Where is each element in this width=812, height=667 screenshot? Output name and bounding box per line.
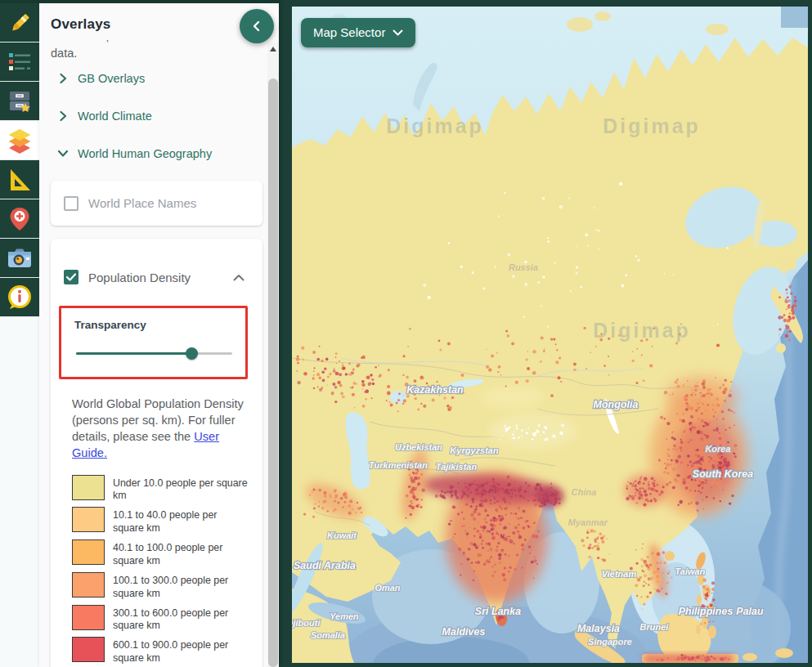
set-square-icon xyxy=(7,168,32,192)
map-label: Digimap xyxy=(386,114,484,137)
population-density-checkbox[interactable] xyxy=(64,270,79,284)
chevron-down-icon xyxy=(57,148,69,159)
map-label: Philippines xyxy=(679,606,733,617)
map-label: Palau xyxy=(736,606,764,617)
accordion-world-human-geography[interactable]: World Human Geography xyxy=(51,135,264,172)
layer-description: World Global Population Density (persons… xyxy=(72,396,253,462)
layers-icon xyxy=(7,128,33,154)
layer-card-world-place-names: World Place Names xyxy=(51,181,262,226)
chevron-down-icon xyxy=(393,29,403,36)
chevron-right-icon xyxy=(57,110,69,122)
legend-label: 40.1 to 100.0 people per square km xyxy=(113,539,249,568)
sidebar-item-draw[interactable] xyxy=(0,3,39,43)
sidebar-item-info[interactable] xyxy=(0,278,39,317)
collapse-section-button[interactable] xyxy=(228,268,249,286)
legend-item: 100.1 to 300.0 people per square km xyxy=(72,572,249,601)
map-label: Mongolia xyxy=(594,399,639,410)
map-viewport[interactable]: DigimapDigimapDigimapRussiaKazakhstanMon… xyxy=(292,7,808,663)
legend-label: Under 10.0 people per square km xyxy=(113,475,249,504)
map-label: Russia xyxy=(509,262,538,272)
transparency-highlight-box: Transparency xyxy=(59,306,248,379)
transparency-slider[interactable] xyxy=(76,347,232,359)
panel-scrollbar[interactable] xyxy=(267,43,279,667)
map-label: Turkmenistan xyxy=(369,460,428,470)
map-selector-button[interactable]: Map Selector xyxy=(301,18,415,47)
map-label: South Korea xyxy=(693,468,753,480)
map-label: Brunei xyxy=(640,622,670,632)
world-place-names-label: World Place Names xyxy=(88,196,196,210)
accordion-world-climate[interactable]: World Climate xyxy=(51,97,264,135)
map-label: Djibouti xyxy=(292,618,321,628)
accordion-label: GB Overlays xyxy=(78,72,145,85)
info-bubble-icon xyxy=(7,285,32,310)
overlays-panel: ’ Overlays data. GB OverlaysWorld Climat… xyxy=(39,0,279,667)
scrollbar-up-arrow[interactable] xyxy=(267,43,279,55)
camera-icon xyxy=(7,248,32,269)
chevron-right-icon xyxy=(57,73,69,84)
chevron-up-icon xyxy=(233,274,244,281)
layer-card-population-density: Population Density Transparency World Gl… xyxy=(51,239,262,667)
rail-filler xyxy=(0,317,39,667)
legend-item: 600.1 to 900.0 people per square km xyxy=(72,637,249,665)
sidebar-item-screenshot[interactable] xyxy=(0,239,39,278)
overlay-accordions: GB OverlaysWorld ClimateWorld Human Geog… xyxy=(51,60,264,172)
panel-title: Overlays xyxy=(51,16,264,33)
sidebar-item-map-contents[interactable] xyxy=(0,43,39,82)
map-canvas[interactable]: DigimapDigimapDigimapRussiaKazakhstanMon… xyxy=(292,7,808,663)
map-label: Korea xyxy=(705,444,730,454)
map-label: Yemen xyxy=(330,611,359,621)
map-label: Kyrgyzstan xyxy=(450,445,499,455)
legend-swatch xyxy=(72,539,105,565)
sidebar-item-add-location[interactable] xyxy=(0,199,39,239)
legend-item: 10.1 to 40.0 people per square km xyxy=(72,507,249,535)
map-label: Digimap xyxy=(603,114,701,137)
transparency-label: Transparency xyxy=(74,319,234,331)
legend-item: 300.1 to 600.0 people per square km xyxy=(72,605,249,633)
map-label: Kazakhstan xyxy=(406,384,464,396)
map-selector-label: Map Selector xyxy=(313,25,385,39)
legend-item: 40.1 to 100.0 people per square km xyxy=(72,539,249,568)
population-density-label: Population Density xyxy=(88,271,218,284)
chevron-left-icon xyxy=(251,20,262,32)
map-label: Uzbekistan xyxy=(395,442,442,452)
map-label: Somalia xyxy=(311,630,345,640)
map-label: Taiwan xyxy=(675,566,706,576)
sidebar-item-saved-maps[interactable] xyxy=(0,82,39,121)
crayon-icon xyxy=(7,11,32,35)
map-label: Saudi Arabia xyxy=(294,560,356,571)
archive-star-icon xyxy=(7,89,32,114)
legend-label: 100.1 to 300.0 people per square km xyxy=(113,572,249,601)
sidebar-item-overlays[interactable] xyxy=(0,121,39,160)
map-label: China xyxy=(572,487,597,497)
legend-swatch xyxy=(72,507,105,532)
check-icon xyxy=(66,273,76,281)
map-label: Malaysia xyxy=(577,623,620,634)
map-label: Maldives xyxy=(442,626,486,638)
map-label: Sri Lanka xyxy=(475,606,521,617)
map-label: Digimap xyxy=(593,319,691,342)
accordion-gb-overlays[interactable]: GB Overlays xyxy=(51,60,264,97)
world-place-names-checkbox[interactable] xyxy=(64,196,79,211)
map-label: Myanmar xyxy=(568,517,608,527)
tool-rail xyxy=(0,0,39,667)
population-density-legend: Under 10.0 people per square km10.1 to 4… xyxy=(72,475,249,667)
legend-label: 600.1 to 900.0 people per square km xyxy=(113,637,249,665)
legend-swatch xyxy=(72,637,105,662)
map-label: Singapore xyxy=(588,637,632,647)
map-frame: DigimapDigimapDigimapRussiaKazakhstanMon… xyxy=(279,0,812,667)
map-label: Oman xyxy=(375,583,400,593)
scrollbar-thumb[interactable] xyxy=(268,78,278,667)
legend-swatch xyxy=(72,605,105,630)
slider-thumb[interactable] xyxy=(186,347,198,360)
map-label: Kuwait xyxy=(327,530,357,540)
clipped-description-text: data. xyxy=(51,47,264,60)
accordion-label: World Climate xyxy=(78,110,152,123)
legend-list-icon xyxy=(7,50,32,74)
accordion-label: World Human Geography xyxy=(78,147,212,160)
map-label: Tajikistan xyxy=(436,462,478,472)
slider-fill xyxy=(76,352,191,355)
panel-collapse-button[interactable] xyxy=(240,9,274,43)
legend-label: 300.1 to 600.0 people per square km xyxy=(113,605,249,633)
legend-label: 10.1 to 40.0 people per square km xyxy=(113,507,249,535)
sidebar-item-measure[interactable] xyxy=(0,160,39,199)
